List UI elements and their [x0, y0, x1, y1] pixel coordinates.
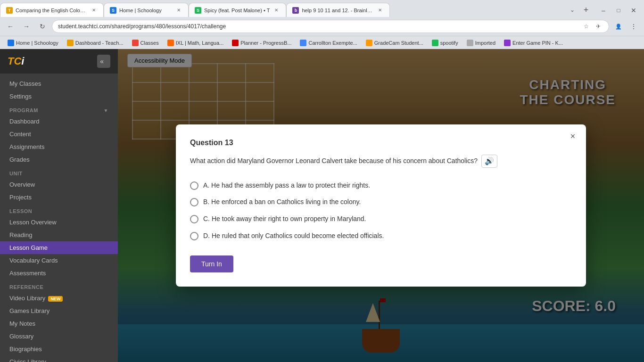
bookmark-item[interactable]: IXL | Math, Langua... — [164, 39, 228, 47]
sidebar-item-projects[interactable]: Projects — [0, 191, 118, 204]
bookmarks-bar: Home | SchoologyDashboard - Teach...Clas… — [0, 36, 644, 49]
minimize-button[interactable]: – — [597, 4, 610, 17]
sidebar-item-my-classes[interactable]: My Classes — [0, 77, 118, 90]
new-badge: NEW — [48, 296, 63, 302]
sidebar-section-reference: REFERENCE — [0, 280, 118, 292]
answer-option-C[interactable]: C. He took away their right to own prope… — [190, 211, 572, 228]
bookmark-favicon — [504, 40, 511, 46]
modal-question: What action did Maryland Governor Leonar… — [190, 155, 572, 168]
modal-footer: Turn In — [190, 255, 572, 272]
browser-tab-tab3[interactable]: S Spicy (feat. Post Malone) • T ✕ — [189, 3, 286, 17]
bookmark-favicon — [67, 40, 74, 46]
profile-button[interactable]: 👤 — [612, 20, 625, 33]
refresh-button[interactable]: ↻ — [36, 20, 49, 33]
question-text: What action did Maryland Governor Leonar… — [190, 156, 478, 166]
bookmark-favicon — [467, 40, 473, 46]
bookmark-favicon — [132, 40, 139, 46]
answer-option-B[interactable]: B. He enforced a ban on Catholics living… — [190, 194, 572, 211]
sidebar-section-program: PROGRAM ▼ — [0, 103, 118, 115]
radio-D — [190, 232, 198, 240]
answer-option-A[interactable]: A. He had the assembly pass a law to pro… — [190, 177, 572, 194]
bookmark-item[interactable]: Planner - ProgressB... — [228, 39, 295, 47]
sidebar-item-civics-library[interactable]: Civics Library — [0, 355, 118, 362]
modal-close-button[interactable]: × — [566, 130, 579, 143]
option-text-A: A. He had the assembly pass a law to pro… — [203, 181, 370, 190]
extensions-icon[interactable]: ✈ — [594, 22, 603, 31]
bookmark-item[interactable]: Imported — [463, 39, 499, 47]
bookmark-label: GradeCam Student... — [374, 40, 423, 46]
sidebar-item-assessments[interactable]: Assessments — [0, 267, 118, 280]
tab-bar: T Comparing the English Colonies ✕ S Hom… — [0, 0, 644, 17]
sidebar-item-settings[interactable]: Settings — [0, 90, 118, 103]
bookmark-label: Home | Schoology — [16, 40, 58, 46]
tab-favicon: S — [195, 7, 201, 14]
program-items: DashboardContentAssignmentsGrades — [0, 115, 118, 166]
bookmark-label: Dashboard - Teach... — [75, 40, 124, 46]
tab-close-icon[interactable]: ✕ — [90, 7, 98, 14]
tab-title: Home | Schoology — [119, 8, 172, 13]
sidebar-item-lesson-overview[interactable]: Lesson Overview — [0, 216, 118, 229]
bookmark-item[interactable]: Enter Game PIN - K... — [500, 39, 567, 47]
main-content: Accessibility Mode CHARTING THE COURSE S… — [118, 49, 644, 362]
tab-title: Comparing the English Colonies — [16, 8, 87, 13]
audio-button[interactable]: 🔊 — [481, 155, 497, 168]
bookmark-star-icon[interactable]: ☆ — [581, 22, 591, 31]
sidebar-item-games-library[interactable]: Games Library — [0, 304, 118, 317]
bookmark-favicon — [432, 40, 438, 46]
tab-overflow-button[interactable]: ⌄ — [566, 3, 579, 17]
browser-tab-tab1[interactable]: T Comparing the English Colonies ✕ — [0, 3, 104, 17]
sidebar: TCi « My Classes Settings PROGRAM ▼ Dash… — [0, 49, 118, 362]
sidebar-item-reading[interactable]: Reading — [0, 229, 118, 241]
chrome-menu-button[interactable]: ⋮ — [627, 20, 640, 33]
browser-tab-tab4[interactable]: b help 9 10 11 and 12. - Brainly.co ✕ — [286, 3, 390, 17]
new-tab-button[interactable]: + — [579, 3, 593, 17]
bookmark-favicon — [300, 40, 306, 46]
question-modal: × Question 13 What action did Maryland G… — [176, 124, 586, 287]
bookmark-label: Classes — [140, 40, 159, 46]
sidebar-item-dashboard[interactable]: Dashboard — [0, 115, 118, 128]
sidebar-item-biographies[interactable]: Biographies — [0, 343, 118, 355]
restore-button[interactable]: □ — [612, 4, 625, 17]
address-box[interactable]: student.teachtci.com/shared/programs/480… — [52, 20, 609, 33]
sidebar-item-content[interactable]: Content — [0, 128, 118, 140]
bookmark-item[interactable]: Carrollton Exempte... — [296, 39, 361, 47]
reference-items: Video LibraryNEWGames LibraryMy NotesGlo… — [0, 292, 118, 362]
sidebar-collapse-button[interactable]: « — [97, 55, 110, 68]
sidebar-section-unit: UNIT — [0, 166, 118, 178]
browser-tab-tab2[interactable]: S Home | Schoology ✕ — [104, 3, 189, 17]
bookmark-favicon — [232, 40, 239, 46]
sidebar-item-assignments[interactable]: Assignments — [0, 140, 118, 153]
tab-close-icon[interactable]: ✕ — [272, 7, 280, 14]
bookmark-item[interactable]: spootify — [428, 39, 462, 47]
answer-option-D[interactable]: D. He ruled that only Catholics could be… — [190, 228, 572, 245]
sidebar-item-overview[interactable]: Overview — [0, 178, 118, 191]
modal-title: Question 13 — [190, 139, 572, 147]
option-text-D: D. He ruled that only Catholics could be… — [203, 231, 384, 241]
back-button[interactable]: ← — [4, 20, 17, 33]
bookmark-item[interactable]: Classes — [128, 39, 163, 47]
tab-close-icon[interactable]: ✕ — [175, 7, 182, 14]
close-window-button[interactable]: ✕ — [627, 4, 640, 17]
sidebar-item-video-library[interactable]: Video LibraryNEW — [0, 292, 118, 304]
sidebar-item-glossary[interactable]: Glossary — [0, 330, 118, 343]
bookmark-favicon — [366, 40, 372, 46]
sidebar-nav: My Classes Settings PROGRAM ▼ DashboardC… — [0, 74, 118, 362]
forward-button[interactable]: → — [20, 20, 33, 33]
tab-favicon: T — [6, 7, 13, 14]
bookmark-item[interactable]: GradeCam Student... — [362, 39, 427, 47]
tab-close-icon[interactable]: ✕ — [376, 7, 384, 14]
sidebar-item-lesson-game[interactable]: Lesson Game — [0, 241, 118, 254]
sidebar-section-lesson: LESSON — [0, 204, 118, 216]
url-display: student.teachtci.com/shared/programs/480… — [58, 23, 581, 30]
unit-items: OverviewProjects — [0, 178, 118, 204]
bookmark-item[interactable]: Home | Schoology — [4, 39, 62, 47]
sidebar-item-vocabulary-cards[interactable]: Vocabulary Cards — [0, 254, 118, 267]
program-arrow-icon: ▼ — [104, 108, 108, 113]
radio-B — [190, 198, 198, 206]
sidebar-header: TCi « — [0, 49, 118, 74]
bookmark-item[interactable]: Dashboard - Teach... — [63, 39, 127, 47]
sidebar-item-my-notes[interactable]: My Notes — [0, 317, 118, 330]
turn-in-button[interactable]: Turn In — [190, 255, 233, 272]
sidebar-item-grades[interactable]: Grades — [0, 153, 118, 166]
bookmark-label: IXL | Math, Langua... — [176, 40, 224, 46]
